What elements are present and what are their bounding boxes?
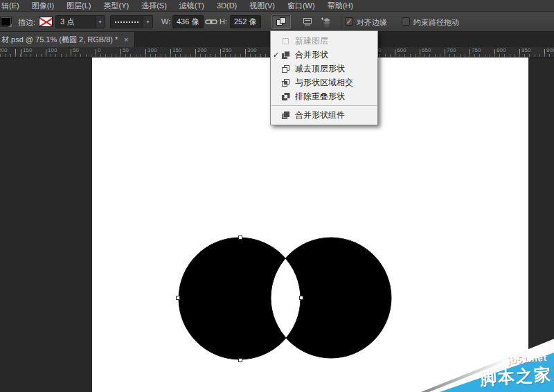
height-label: H: — [220, 17, 227, 26]
ruler-label: 200 — [0, 47, 7, 53]
menu-item-merge-shape-components[interactable]: 合并形状组件 — [271, 108, 377, 122]
menu-item-1[interactable]: 图像(I) — [26, 0, 60, 12]
fill-color-swatch[interactable] — [0, 17, 12, 27]
menu-item-4[interactable]: 选择(S) — [135, 0, 173, 12]
width-field[interactable]: 436 像 — [172, 15, 204, 28]
path-arrangement-icon — [321, 17, 333, 28]
new-layer-icon — [281, 37, 292, 46]
anchor-point[interactable] — [239, 359, 242, 362]
intersect-shape-areas-icon — [281, 78, 292, 87]
combine-shapes-icon — [276, 17, 287, 27]
menu-item-label: 减去顶层形状 — [295, 63, 345, 75]
stroke-width-dropdown[interactable]: 3 点 ▾ — [55, 15, 105, 28]
stroke-width-value: 3 点 — [56, 17, 74, 27]
menu-bar: 辑(E)图像(I)图层(L)类型(Y)选择(S)滤镜(T)3D(D)视图(V)窗… — [0, 0, 554, 12]
menu-item-2[interactable]: 图层(L) — [60, 0, 97, 12]
photoshop-window: 辑(E)图像(I)图层(L)类型(Y)选择(S)滤镜(T)3D(D)视图(V)窗… — [0, 0, 554, 392]
menu-item-8[interactable]: 窗口(W) — [281, 0, 321, 12]
menu-item-new-layer: 新建图层 — [271, 34, 377, 48]
merge-shape-components-icon — [281, 111, 292, 120]
ruler-label: 50 — [123, 47, 129, 53]
close-icon[interactable]: × — [122, 35, 130, 44]
watermark: jb51.net 脚本之家 — [421, 337, 554, 392]
menu-item-label: 与形状区域相交 — [295, 77, 353, 89]
document-tab-title: 材.psd @ 75.1% (椭圆 2, RGB/8) * — [1, 35, 118, 45]
ruler-label: 750 — [472, 47, 481, 53]
path-alignment-button[interactable] — [298, 15, 317, 29]
ruler-label: 250 — [222, 47, 231, 53]
width-label: W: — [161, 17, 170, 26]
subtract-front-shape-icon — [281, 64, 292, 73]
link-dimensions-icon[interactable] — [205, 17, 217, 26]
anchor-point[interactable] — [300, 296, 303, 300]
ruler-label: 650 — [422, 47, 431, 53]
options-separator — [341, 15, 341, 29]
menu-separator — [271, 105, 377, 106]
ruler-label: 300 — [247, 47, 256, 53]
menu-item-9[interactable]: 帮助(H) — [321, 0, 359, 12]
ruler-label: 850 — [521, 47, 530, 53]
constrain-path-drag-checkbox[interactable] — [402, 17, 410, 26]
menu-item-0[interactable]: 辑(E) — [0, 0, 26, 12]
menu-item-combine-shapes[interactable]: ✓ 合并形状 — [271, 48, 377, 62]
stroke-type-dropdown[interactable]: ▾ — [110, 15, 153, 28]
ellipse-shapes-path[interactable] — [179, 238, 391, 359]
ruler-label: 100 — [148, 47, 157, 53]
constrain-path-drag-label: 约束路径拖动 — [413, 17, 459, 28]
checkmark-icon: ✓ — [271, 51, 281, 60]
height-field[interactable]: 252 像 — [230, 15, 261, 28]
stroke-label: 描边: — [18, 17, 35, 28]
combine-shapes-icon — [281, 51, 292, 60]
path-operations-menu: 新建图层 ✓ 合并形状 减去顶层形状 与形状区域相交 — [270, 30, 378, 125]
menu-item-label: 新建图层 — [295, 35, 328, 47]
menu-item-5[interactable]: 滤镜(T) — [173, 0, 211, 12]
ruler-label: 800 — [497, 47, 506, 53]
ruler-label: 150 — [23, 47, 32, 53]
anchor-point[interactable] — [239, 236, 242, 240]
anchor-point[interactable] — [177, 296, 180, 300]
stroke-color-swatch[interactable] — [39, 17, 53, 27]
ruler-label: 50 — [73, 47, 79, 53]
menu-item-exclude-overlapping-shapes[interactable]: 排除重叠形状 — [271, 89, 377, 103]
ruler-label: 150 — [172, 47, 181, 53]
ruler-label: 0 — [98, 47, 100, 53]
ruler-label: 600 — [397, 47, 406, 53]
ruler-label: 700 — [447, 47, 456, 53]
path-alignment-icon — [302, 17, 313, 27]
document-tab[interactable]: 材.psd @ 75.1% (椭圆 2, RGB/8) * × — [0, 32, 135, 47]
ruler-label: 100 — [48, 47, 57, 53]
menu-item-6[interactable]: 3D(D) — [211, 0, 243, 12]
path-arrangement-button[interactable] — [317, 15, 337, 29]
options-bar: 描边: 3 点 ▾ ▾ W: 436 像 H: 252 像 — [0, 12, 554, 32]
ruler-label: 900 — [546, 47, 554, 53]
chevron-down-icon: ▾ — [143, 16, 152, 28]
menu-item-label: 合并形状组件 — [295, 109, 345, 121]
align-edges-checkbox[interactable]: ✓ — [345, 17, 353, 26]
menu-item-intersect-shape-areas[interactable]: 与形状区域相交 — [271, 75, 377, 89]
dashed-line-icon — [115, 21, 138, 23]
path-operations-button[interactable] — [271, 15, 291, 29]
chevron-down-icon: ▾ — [95, 16, 105, 28]
menu-item-subtract-front-shape[interactable]: 减去顶层形状 — [271, 62, 377, 75]
menu-item-3[interactable]: 类型(Y) — [98, 0, 136, 12]
menu-item-label: 合并形状 — [295, 49, 328, 61]
menu-item-7[interactable]: 视图(V) — [243, 0, 281, 12]
align-edges-label: 对齐边缘 — [357, 17, 387, 28]
exclude-overlapping-shapes-icon — [281, 92, 292, 101]
ruler-label: 200 — [197, 47, 206, 53]
menu-item-label: 排除重叠形状 — [295, 91, 345, 103]
